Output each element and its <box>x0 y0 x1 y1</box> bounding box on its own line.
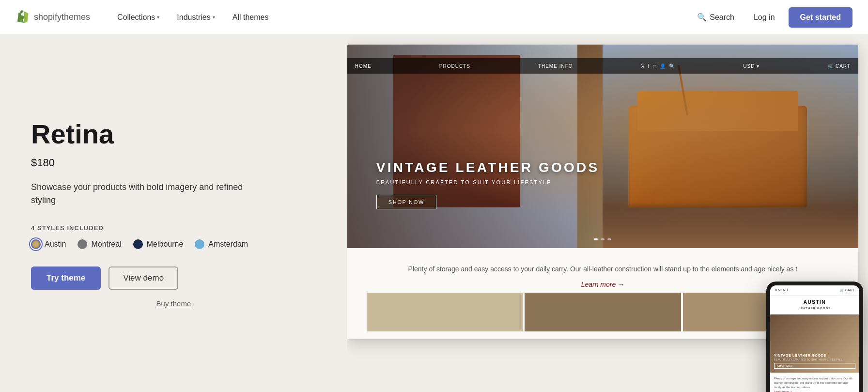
hero-title: VINTAGE LEATHER GOODS <box>376 160 600 175</box>
hero-carousel-dots <box>594 238 611 240</box>
theme-description: Showcase your products with bold imagery… <box>31 181 264 207</box>
view-demo-button[interactable]: View demo <box>108 267 178 290</box>
nav-collections[interactable]: Collections ▾ <box>109 9 167 26</box>
mobile-hero-title: VINTAGE LEATHER GOODS <box>774 354 855 357</box>
nav-all-themes[interactable]: All themes <box>225 9 277 26</box>
learn-more-link[interactable]: Learn more → <box>581 281 624 288</box>
mobile-content-text: Plenty of storage and easy access to you… <box>770 373 859 392</box>
store-nav-products: PRODUCTS <box>439 63 470 69</box>
store-nav-cart: 🛒 CART <box>827 63 851 69</box>
facebook-icon: f <box>648 63 650 69</box>
left-panel: Retina $180 Showcase your products with … <box>0 35 347 392</box>
amsterdam-label: Amsterdam <box>208 240 248 249</box>
action-buttons: Try theme View demo <box>31 267 316 290</box>
search-small-icon: 🔍 <box>669 63 675 69</box>
montreal-label: Montreal <box>91 240 121 249</box>
main-content: Retina $180 Showcase your products with … <box>0 35 868 392</box>
hero-background <box>347 45 858 248</box>
right-panel: HOME PRODUCTS THEME INFO 𝕏 f ◻ 👤 🔍 USD ▾… <box>347 35 868 392</box>
mobile-preview: ≡ MENU 🛒 CART AUSTINLEATHER GOODS VINTAG… <box>766 282 863 392</box>
shopify-logo-icon <box>16 10 31 25</box>
navbar: shopifythemes Collections ▾ Industries ▾… <box>0 0 868 35</box>
nav-industries[interactable]: Industries ▾ <box>169 9 222 26</box>
preview-container: HOME PRODUCTS THEME INFO 𝕏 f ◻ 👤 🔍 USD ▾… <box>347 45 858 392</box>
style-options: Austin Montreal Melbourne Amsterdam <box>31 239 316 249</box>
mobile-hero-subtitle: BEAUTIFULLY CRAFTED TO SUIT YOUR L-IFEST… <box>774 358 855 361</box>
mobile-store-logo: AUSTINLEATHER GOODS <box>770 296 859 314</box>
thumbnail-1 <box>367 293 523 331</box>
mobile-shop-now: SHOP NOW <box>774 363 855 369</box>
person-icon: 👤 <box>660 63 666 69</box>
austin-dot <box>31 239 41 249</box>
mobile-nav-bar: ≡ MENU 🛒 CART <box>770 285 859 296</box>
store-hero: VINTAGE LEATHER GOODS BEAUTIFULLY CRAFTE… <box>347 45 858 248</box>
style-option-austin[interactable]: Austin <box>31 239 66 249</box>
store-nav-bar: HOME PRODUCTS THEME INFO 𝕏 f ◻ 👤 🔍 USD ▾… <box>347 58 858 74</box>
hero-overlay <box>347 45 858 248</box>
store-content-text: Plenty of storage and easy access to you… <box>367 264 839 274</box>
mobile-learn-more: Learn more → <box>774 390 792 392</box>
shop-now-button[interactable]: SHOP NOW <box>376 195 436 209</box>
buy-theme-link[interactable]: Buy theme <box>31 299 316 308</box>
style-option-amsterdam[interactable]: Amsterdam <box>195 239 248 249</box>
store-nav-social: 𝕏 f ◻ 👤 🔍 <box>641 63 676 69</box>
styles-label: 4 STYLES INCLUDED <box>31 224 316 232</box>
montreal-dot <box>78 239 87 249</box>
instagram-icon: ◻ <box>652 63 657 69</box>
style-option-montreal[interactable]: Montreal <box>78 239 121 249</box>
logo-text: shopifythemes <box>34 12 90 22</box>
logo[interactable]: shopifythemes <box>16 10 90 25</box>
nav-right: 🔍 Search Log in Get started <box>691 7 852 28</box>
search-icon: 🔍 <box>697 13 707 22</box>
collections-chevron-icon: ▾ <box>157 15 159 20</box>
amsterdam-dot <box>195 239 204 249</box>
dot-2 <box>601 238 604 240</box>
mobile-hero: VINTAGE LEATHER GOODS BEAUTIFULLY CRAFTE… <box>770 314 859 373</box>
mobile-screen: ≡ MENU 🛒 CART AUSTINLEATHER GOODS VINTAG… <box>770 285 859 392</box>
nav-links: Collections ▾ Industries ▾ All themes <box>109 9 691 26</box>
login-button[interactable]: Log in <box>748 9 781 26</box>
hero-content: VINTAGE LEATHER GOODS BEAUTIFULLY CRAFTE… <box>376 160 600 209</box>
try-theme-button[interactable]: Try theme <box>31 267 101 290</box>
theme-title: Retina <box>31 119 316 149</box>
store-nav-home: HOME <box>355 63 372 69</box>
thumbnail-2 <box>525 293 681 331</box>
mobile-menu: ≡ MENU <box>775 288 788 292</box>
dot-1 <box>594 238 598 240</box>
austin-label: Austin <box>45 240 66 249</box>
melbourne-dot <box>133 239 143 249</box>
theme-price: $180 <box>31 157 316 169</box>
get-started-button[interactable]: Get started <box>789 7 852 28</box>
search-button[interactable]: 🔍 Search <box>691 9 740 26</box>
store-nav-theme-info: THEME INFO <box>538 63 573 69</box>
store-nav-currency: USD ▾ <box>743 63 760 69</box>
mobile-cart: 🛒 CART <box>840 288 854 292</box>
style-option-melbourne[interactable]: Melbourne <box>133 239 184 249</box>
industries-chevron-icon: ▾ <box>213 15 215 20</box>
hero-subtitle: BEAUTIFULLY CRAFTED TO SUIT YOUR LIFESTY… <box>376 179 600 185</box>
dot-3 <box>607 238 611 240</box>
melbourne-label: Melbourne <box>147 240 184 249</box>
twitter-icon: 𝕏 <box>641 63 645 69</box>
